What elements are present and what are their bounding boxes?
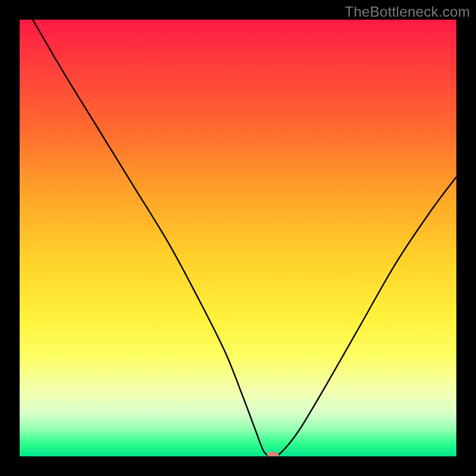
watermark-text: TheBottleneck.com	[345, 4, 470, 20]
curve-layer	[20, 20, 456, 456]
bottleneck-curve	[33, 20, 456, 456]
plot-area	[20, 20, 456, 456]
chart-frame: TheBottleneck.com	[0, 0, 476, 476]
minimum-marker	[267, 452, 279, 456]
